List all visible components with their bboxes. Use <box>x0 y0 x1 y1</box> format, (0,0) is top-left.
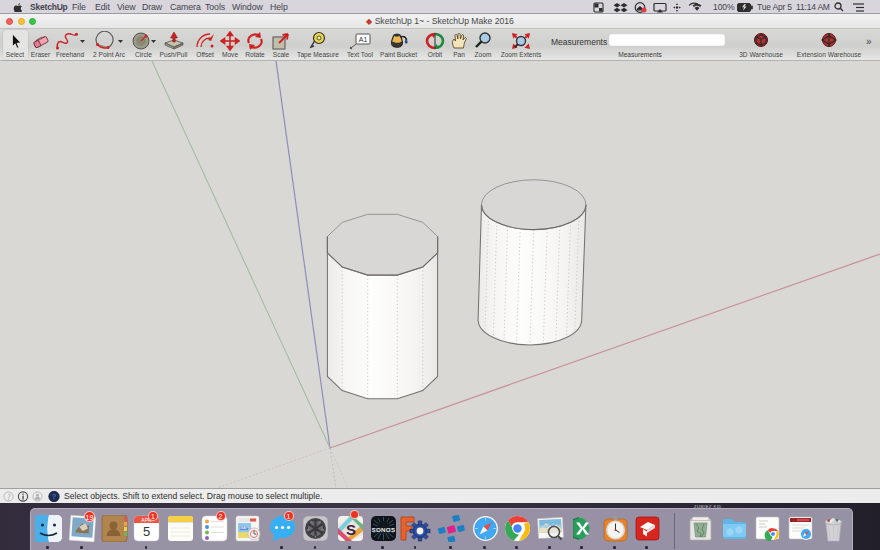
svg-text:A1: A1 <box>359 36 368 43</box>
svg-text:?: ? <box>52 492 57 501</box>
svg-text:S: S <box>345 521 355 538</box>
svg-text:5: 5 <box>143 524 150 539</box>
svg-text:MAP: MAP <box>240 526 248 530</box>
svg-text:SONOS: SONOS <box>371 526 395 533</box>
